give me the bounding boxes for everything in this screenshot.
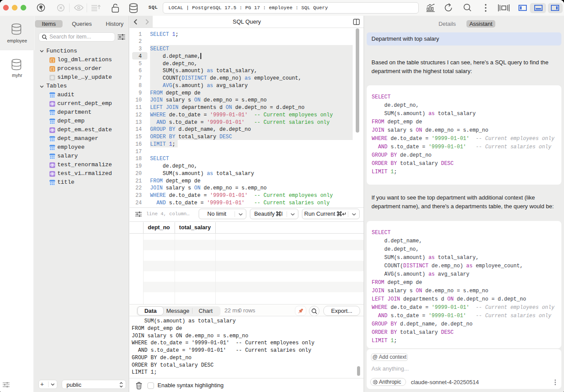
svg-text:{}: {} [50, 67, 55, 71]
svg-text:{}: {} [50, 58, 55, 63]
